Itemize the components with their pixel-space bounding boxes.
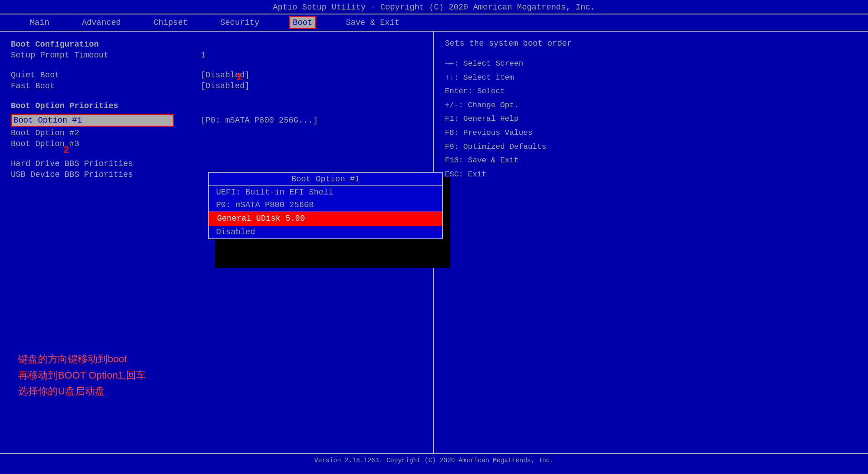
quiet-boot-row[interactable]: Quiet Boot [Disabled]: [11, 70, 422, 81]
key-help-item: F8: Previous Values: [445, 126, 857, 140]
dropdown-popup[interactable]: Boot Option #1 UEFI: Built-in EFI ShellP…: [208, 172, 443, 239]
nav-menu: MainAdvancedChipsetSecurityBootSave & Ex…: [0, 14, 868, 32]
key-help-item: ↑↓: Select Item: [445, 71, 857, 85]
boot-option-1-row[interactable]: Boot Option #1 [P0: mSATA P800 256G...]: [11, 113, 422, 128]
chinese-line2: 再移动到BOOT Option1,回车: [18, 367, 146, 383]
footer-text: Version 2.18.1263. Copyright (C) 2020 Am…: [314, 457, 553, 464]
key-help-item: F1: General Help: [445, 112, 857, 126]
fast-boot-label: Fast Boot: [11, 81, 201, 90]
annotation-2: 2: [63, 145, 69, 156]
key-help-item: +/-: Change Opt.: [445, 99, 857, 113]
setup-prompt-timeout-value: 1: [201, 51, 206, 60]
key-help-item: ESC: Exit: [445, 168, 857, 182]
fast-boot-value: [Disabled]: [201, 81, 250, 90]
key-help-item: Enter: Select: [445, 85, 857, 99]
boot-option-priorities-label: Boot Option Priorities: [11, 101, 201, 110]
title-bar: Aptio Setup Utility - Copyright (C) 2020…: [0, 0, 868, 14]
hard-drive-bbs-row[interactable]: Hard Drive BBS Priorities: [11, 158, 422, 169]
dropdown-option[interactable]: Disabled: [209, 226, 442, 238]
annotation-1: 1: [236, 71, 242, 83]
nav-item-security[interactable]: Security: [217, 17, 262, 28]
boot-option-1-label[interactable]: Boot Option #1: [11, 114, 174, 127]
chinese-line3: 选择你的U盘启动盘: [18, 383, 146, 399]
dropdown-option[interactable]: General UDisk 5.00: [209, 211, 442, 226]
boot-option-priorities-row: Boot Option Priorities: [11, 100, 422, 111]
chinese-annotation: 键盘的方向键移动到boot 再移动到BOOT Option1,回车 选择你的U盘…: [18, 351, 146, 399]
nav-item-boot[interactable]: Boot: [289, 16, 316, 29]
usb-device-bbs-label: USB Device BBS Priorities: [11, 170, 201, 179]
quiet-boot-label: Quiet Boot: [11, 71, 201, 80]
boot-option-2-label: Boot Option #2: [11, 128, 201, 137]
dropdown-option[interactable]: UEFI: Built-in EFI Shell: [209, 186, 442, 199]
annotation-3: 3: [425, 216, 431, 228]
dropdown-option[interactable]: P0: mSATA P800 256GB: [209, 199, 442, 211]
key-help-item: F10: Save & Exit: [445, 154, 857, 168]
key-help-item: →←: Select Screen: [445, 57, 857, 71]
dropdown-title: Boot Option #1: [209, 173, 442, 186]
right-panel: Sets the system boot order →←: Select Sc…: [434, 32, 868, 453]
footer: Version 2.18.1263. Copyright (C) 2020 Am…: [0, 453, 868, 467]
fast-boot-row[interactable]: Fast Boot [Disabled]: [11, 81, 422, 91]
boot-config-label: Boot Configuration: [11, 40, 201, 49]
nav-item-save-and-exit[interactable]: Save & Exit: [343, 17, 402, 28]
boot-option-3-label: Boot Option #3: [11, 139, 201, 148]
help-text: Sets the system boot order: [445, 39, 857, 48]
setup-prompt-timeout-label: Setup Prompt Timeout: [11, 51, 201, 60]
quiet-boot-value: [Disabled]: [201, 71, 250, 80]
key-help-item: F9: Optimized Defaults: [445, 140, 857, 154]
chinese-line1: 键盘的方向键移动到boot: [18, 351, 146, 367]
setup-prompt-timeout-row[interactable]: Setup Prompt Timeout 1: [11, 50, 422, 61]
nav-item-chipset[interactable]: Chipset: [151, 17, 191, 28]
title-text: Aptio Setup Utility - Copyright (C) 2020…: [273, 3, 595, 12]
boot-option-2-row[interactable]: Boot Option #2: [11, 128, 422, 138]
key-help-list: →←: Select Screen↑↓: Select ItemEnter: S…: [445, 57, 857, 181]
left-panel: Boot Configuration 1 Setup Prompt Timeou…: [0, 32, 434, 453]
boot-config-row: Boot Configuration: [11, 39, 422, 50]
boot-option-3-row[interactable]: Boot Option #3: [11, 138, 422, 149]
boot-option-1-value: [P0: mSATA P800 256G...]: [201, 116, 318, 125]
nav-item-main[interactable]: Main: [27, 17, 52, 28]
main-layout: Boot Configuration 1 Setup Prompt Timeou…: [0, 32, 868, 453]
nav-item-advanced[interactable]: Advanced: [79, 17, 123, 28]
hard-drive-bbs-label: Hard Drive BBS Priorities: [11, 159, 201, 168]
